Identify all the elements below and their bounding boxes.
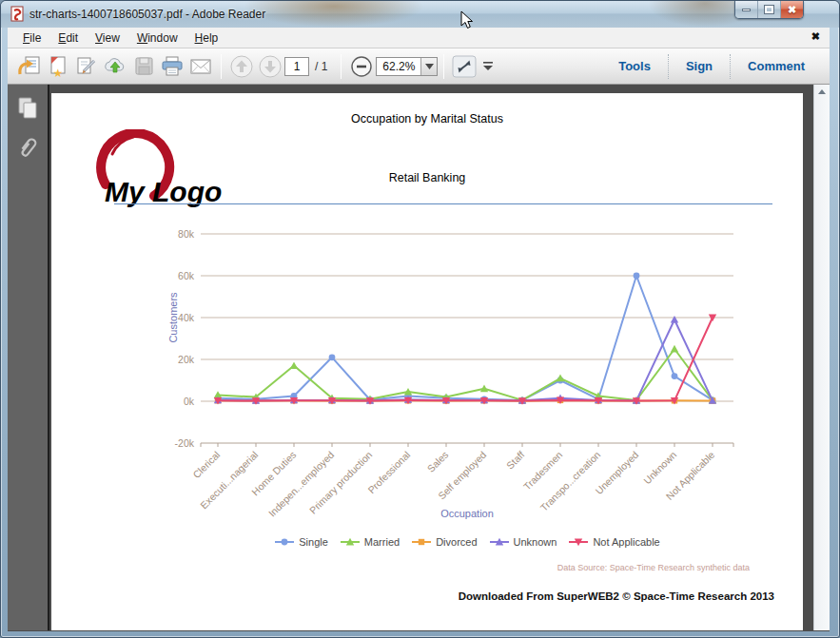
- toolbar-separator: [341, 54, 342, 79]
- toolbar-overflow-button[interactable]: [479, 52, 498, 81]
- restore-button[interactable]: [758, 1, 781, 18]
- next-page-button[interactable]: [256, 52, 284, 81]
- sign-document-button[interactable]: [72, 52, 101, 81]
- page-thumbnails-button[interactable]: [11, 92, 44, 125]
- toolbar: ★: [8, 48, 830, 85]
- email-button[interactable]: [186, 52, 215, 81]
- menubar-close-icon[interactable]: ✖: [811, 30, 820, 43]
- close-button[interactable]: ✖: [781, 1, 803, 18]
- attachments-button[interactable]: [11, 132, 44, 164]
- chart-title: Occupation by Marital Status: [51, 112, 803, 126]
- zoom-out-button[interactable]: [347, 52, 376, 81]
- chart-legend: SingleMarriedDivorcedUnknownNot Applicab…: [166, 536, 769, 548]
- minimize-button[interactable]: [735, 1, 758, 18]
- menu-window[interactable]: Window: [128, 29, 186, 48]
- pdf-file-icon: [10, 6, 25, 26]
- attachments-icon: [15, 135, 40, 162]
- svg-text:Indepen...employed: Indepen...employed: [266, 449, 337, 519]
- open-icon: [17, 55, 42, 78]
- close-icon: ✖: [788, 5, 796, 15]
- svg-text:Clerical: Clerical: [190, 449, 222, 480]
- cloud-upload-button[interactable]: [101, 52, 129, 81]
- data-source-note: Data Source: Space-Time Research synthet…: [557, 563, 750, 572]
- menu-edit[interactable]: Edit: [49, 29, 87, 48]
- legend-marker-icon: [411, 537, 432, 547]
- chart-subtitle: Retail Banking: [51, 171, 803, 184]
- svg-text:Occupation: Occupation: [440, 508, 494, 519]
- legend-label: Not Applicable: [593, 536, 659, 548]
- legend-label: Single: [299, 536, 328, 548]
- create-pdf-button[interactable]: ★: [44, 52, 72, 81]
- toolbar-separator: [443, 54, 444, 79]
- menu-file[interactable]: File: [14, 29, 49, 48]
- legend-item: Unknown: [489, 536, 557, 548]
- pdf-page: Occupation by Marital Status My Logo Ret…: [51, 93, 803, 630]
- print-button[interactable]: [158, 52, 186, 81]
- toolbar-panels: Tools Sign Comment: [601, 48, 822, 84]
- title-bar[interactable]: str-charts-1400718605037.pdf - Adobe Rea…: [1, 1, 839, 28]
- svg-text:60k: 60k: [178, 270, 195, 281]
- page-total-label: / 1: [315, 60, 327, 73]
- legend-item: Single: [274, 536, 328, 548]
- zoom-level-value[interactable]: 62.2%: [377, 60, 420, 73]
- scroll-up-icon[interactable]: [814, 85, 830, 99]
- svg-text:40k: 40k: [178, 312, 195, 323]
- create-pdf-icon: ★: [46, 55, 70, 78]
- vertical-scrollbar[interactable]: [813, 85, 830, 630]
- menu-bar: File Edit View Window Help ✖: [8, 28, 830, 48]
- svg-text:20k: 20k: [178, 354, 195, 365]
- save-button[interactable]: [129, 52, 158, 81]
- legend-marker-icon: [568, 537, 589, 547]
- page-number-input[interactable]: [284, 57, 309, 76]
- tools-panel-button[interactable]: Tools: [601, 54, 668, 79]
- svg-text:Unknown: Unknown: [641, 449, 679, 487]
- legend-item: Not Applicable: [568, 536, 659, 548]
- header-divider: [114, 203, 772, 204]
- comment-panel-button[interactable]: Comment: [730, 54, 822, 79]
- client-area: File Edit View Window Help ✖ ★: [8, 28, 830, 631]
- save-icon: [131, 55, 156, 78]
- fit-window-button[interactable]: [450, 52, 479, 81]
- open-button[interactable]: [15, 52, 44, 81]
- menu-help[interactable]: Help: [186, 29, 227, 48]
- download-footer: Downloaded From SuperWEB2 © Space-Time R…: [459, 590, 774, 602]
- chevron-down-icon: [425, 64, 434, 69]
- window-controls: ✖: [734, 1, 804, 19]
- legend-item: Divorced: [411, 536, 477, 548]
- svg-text:★: ★: [53, 67, 64, 78]
- legend-label: Unknown: [514, 536, 557, 548]
- svg-text:80k: 80k: [178, 228, 195, 240]
- window-title: str-charts-1400718605037.pdf - Adobe Rea…: [29, 8, 265, 21]
- restore-icon: [765, 6, 773, 13]
- previous-page-button[interactable]: [227, 52, 256, 81]
- line-chart: 80k60k40k20k0k-20kClericalExecuti...nage…: [166, 220, 793, 533]
- cloud-upload-icon: [103, 55, 127, 78]
- next-page-icon: [258, 54, 283, 79]
- navigation-pane: [8, 85, 49, 630]
- zoom-dropdown-button[interactable]: [420, 58, 437, 75]
- svg-text:0k: 0k: [184, 396, 195, 407]
- sign-doc-icon: [74, 55, 99, 78]
- legend-marker-icon: [340, 537, 361, 547]
- svg-text:Sales: Sales: [424, 449, 450, 474]
- zoom-out-icon: [350, 55, 373, 78]
- svg-text:Staff: Staff: [504, 449, 527, 472]
- logo-swoosh-icon: My Logo: [84, 129, 255, 207]
- prev-page-icon: [229, 54, 254, 79]
- minimize-icon: [742, 9, 751, 11]
- menu-view[interactable]: View: [87, 29, 128, 48]
- print-icon: [160, 55, 185, 78]
- company-logo: My Logo: [84, 129, 255, 211]
- legend-item: Married: [340, 536, 400, 548]
- legend-label: Married: [364, 536, 400, 548]
- fit-window-icon: [452, 55, 477, 78]
- svg-text:Customers: Customers: [167, 292, 179, 343]
- legend-label: Divorced: [436, 536, 477, 548]
- legend-marker-icon: [274, 537, 295, 547]
- adobe-reader-window: str-charts-1400718605037.pdf - Adobe Rea…: [0, 0, 840, 638]
- svg-text:-20k: -20k: [175, 437, 195, 449]
- legend-marker-icon: [489, 537, 510, 547]
- sign-panel-button[interactable]: Sign: [668, 54, 730, 79]
- page-thumbnails-icon: [16, 96, 39, 121]
- document-area: Occupation by Marital Status My Logo Ret…: [8, 85, 830, 630]
